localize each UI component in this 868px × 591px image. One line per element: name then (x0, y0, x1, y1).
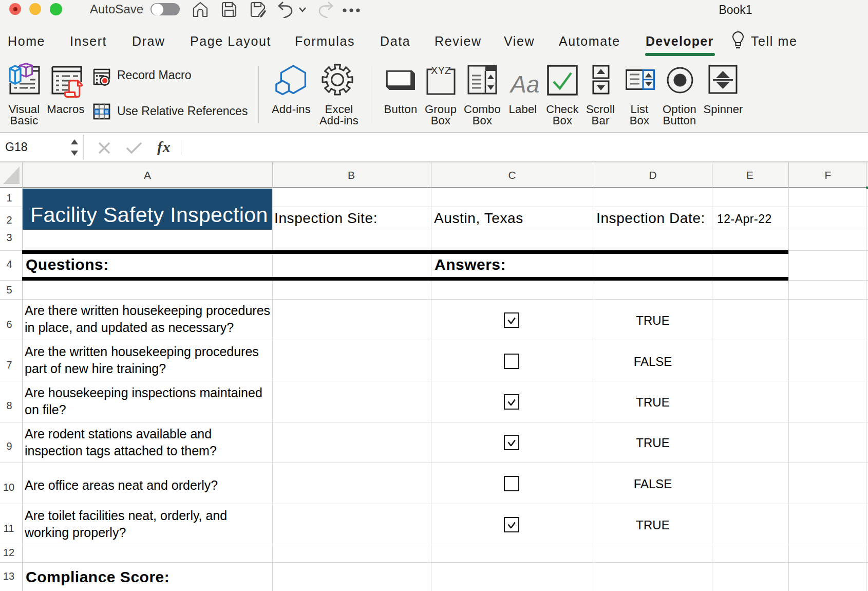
svg-text:XYZ: XYZ (431, 65, 451, 76)
